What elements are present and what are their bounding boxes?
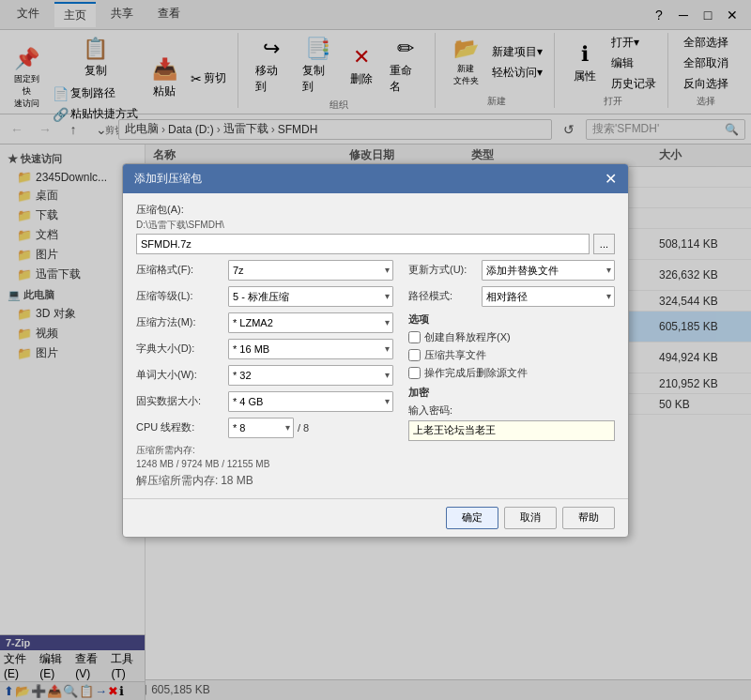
solid-label: 固实数据大小: [136, 394, 221, 408]
dict-select-wrapper: * 16 MB [228, 339, 393, 359]
archive-path-row: ... [136, 234, 615, 254]
level-label: 压缩等级(L): [136, 289, 221, 303]
option-shared-row: 压缩共享文件 [408, 348, 615, 362]
compress-mem-label: 压缩所需内存: [136, 444, 393, 457]
path-mode-select[interactable]: 相对路径 [482, 286, 615, 307]
update-row: 更新方式(U): 添加并替换文件 [408, 260, 615, 281]
format-select-wrapper: 7z [228, 260, 393, 281]
memory-section: 压缩所需内存: 1248 MB / 9724 MB / 12155 MB 解压缩… [136, 444, 393, 489]
solid-row: 固实数据大小: * 4 GB [136, 391, 393, 412]
modal-footer: 确定 取消 帮助 [123, 498, 628, 537]
decompress-mem-row: 解压缩所需内存: 18 MB [136, 473, 393, 489]
decompress-label: 解压缩所需内存: [136, 474, 218, 487]
option-sfx-checkbox[interactable] [408, 331, 421, 343]
option-delete-row: 操作完成后删除源文件 [408, 366, 615, 380]
word-select[interactable]: * 32 [228, 365, 393, 386]
cpu-select-wrapper: * 8 [228, 418, 294, 438]
modal-title-text: 添加到压缩包 [134, 171, 202, 187]
modal-columns: 压缩格式(F): 7z 压缩等级(L): 5 - 标准压缩 [136, 260, 615, 489]
format-label: 压缩格式(F): [136, 263, 221, 277]
archive-path-label: 压缩包(A): [136, 203, 615, 217]
add-to-archive-dialog: 添加到压缩包 ✕ 压缩包(A): D:\迅雷下载\SFMDH\ ... 压缩格式… [122, 163, 629, 538]
update-label: 更新方式(U): [408, 263, 474, 277]
method-row: 压缩方法(M): * LZMA2 [136, 312, 393, 333]
level-select-wrapper: 5 - 标准压缩 [228, 286, 393, 307]
option-shared-checkbox[interactable] [408, 349, 421, 361]
modal-content: 压缩包(A): D:\迅雷下载\SFMDH\ ... 压缩格式(F): 7z [123, 193, 628, 498]
option-shared-label: 压缩共享文件 [424, 348, 486, 362]
path-mode-label: 路径模式: [408, 289, 474, 303]
option-delete-checkbox[interactable] [408, 367, 421, 379]
method-select[interactable]: * LZMA2 [228, 312, 393, 333]
password-input[interactable] [408, 420, 615, 441]
dict-label: 字典大小(D): [136, 342, 221, 356]
archive-path-section: 压缩包(A): D:\迅雷下载\SFMDH\ ... [136, 203, 615, 254]
cpu-row: CPU 线程数: * 8 / 8 [136, 418, 393, 438]
word-select-wrapper: * 32 [228, 365, 393, 386]
solid-select-wrapper: * 4 GB [228, 391, 393, 412]
compress-mem-value: 1248 MB / 9724 MB / 12155 MB [136, 459, 393, 469]
level-row: 压缩等级(L): 5 - 标准压缩 [136, 286, 393, 307]
modal-col-left: 压缩格式(F): 7z 压缩等级(L): 5 - 标准压缩 [136, 260, 393, 489]
format-select[interactable]: 7z [228, 260, 393, 281]
browse-button[interactable]: ... [593, 234, 615, 254]
word-label: 单词大小(W): [136, 368, 221, 382]
cpu-label: CPU 线程数: [136, 420, 221, 434]
cancel-button[interactable]: 取消 [504, 507, 557, 529]
option-sfx-row: 创建自释放程序(X) [408, 330, 615, 344]
level-select[interactable]: 5 - 标准压缩 [228, 286, 393, 307]
decompress-value: 18 MB [221, 474, 253, 487]
options-title: 选项 [408, 312, 615, 327]
archive-filename-input[interactable] [136, 234, 590, 254]
dict-row: 字典大小(D): * 16 MB [136, 339, 393, 359]
modal-overlay: 添加到压缩包 ✕ 压缩包(A): D:\迅雷下载\SFMDH\ ... 压缩格式… [0, 0, 751, 700]
method-label: 压缩方法(M): [136, 315, 221, 329]
solid-select[interactable]: * 4 GB [228, 391, 393, 412]
dict-select[interactable]: * 16 MB [228, 339, 393, 359]
update-select-wrapper: 添加并替换文件 [482, 260, 615, 281]
path-mode-select-wrapper: 相对路径 [482, 286, 615, 307]
help-button[interactable]: 帮助 [562, 507, 615, 529]
word-row: 单词大小(W): * 32 [136, 365, 393, 386]
option-delete-label: 操作完成后删除源文件 [424, 366, 528, 380]
password-label: 输入密码: [408, 403, 615, 418]
option-sfx-label: 创建自释放程序(X) [424, 330, 511, 344]
update-select[interactable]: 添加并替换文件 [482, 260, 615, 281]
modal-col-right: 更新方式(U): 添加并替换文件 路径模式: 相对路径 [408, 260, 615, 489]
cpu-input-row: * 8 / 8 [228, 418, 309, 438]
modal-title-bar: 添加到压缩包 ✕ [123, 164, 628, 193]
cpu-max-label: / 8 [298, 422, 309, 434]
archive-folder-path: D:\迅雷下载\SFMDH\ [136, 219, 615, 232]
method-select-wrapper: * LZMA2 [228, 312, 393, 333]
encrypt-title: 加密 [408, 386, 615, 400]
format-row: 压缩格式(F): 7z [136, 260, 393, 281]
cpu-select[interactable]: * 8 [228, 418, 294, 438]
path-mode-row: 路径模式: 相对路径 [408, 286, 615, 307]
modal-close-button[interactable]: ✕ [605, 170, 617, 188]
ok-button[interactable]: 确定 [446, 507, 498, 529]
